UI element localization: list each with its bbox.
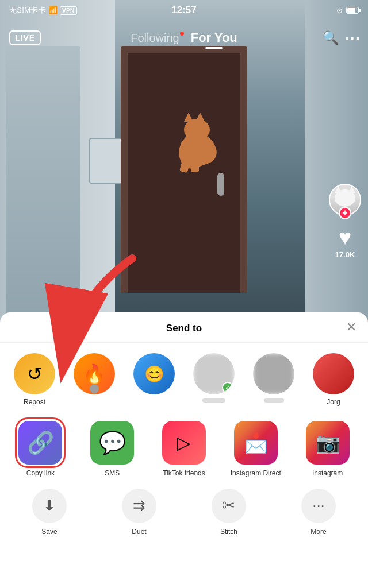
- action-duet[interactable]: ⇉ Duet: [94, 489, 184, 536]
- share-item-user1[interactable]: ✓: [184, 353, 244, 406]
- sms-icon: 💬: [90, 421, 134, 465]
- instagram-direct-label: Instagram Direct: [231, 469, 281, 478]
- share-item-user1-label: [202, 398, 225, 404]
- share-item-jorg-label: Jorg: [327, 398, 340, 406]
- action-more[interactable]: ··· More: [274, 489, 363, 536]
- save-label: Save: [41, 528, 57, 536]
- app-grid: 🔗 Copy link 💬 SMS ▷ TikTok friends 📩 Ins…: [0, 411, 368, 484]
- nav-tabs: Following For You: [131, 30, 237, 45]
- status-bar: 无SIM卡卡 📶 VPN 12:57 ⊙: [0, 0, 368, 21]
- vpn-badge: VPN: [60, 6, 76, 15]
- heart-icon: ♥: [339, 226, 352, 248]
- close-button[interactable]: ✕: [346, 321, 356, 334]
- sms-label: SMS: [105, 469, 120, 478]
- share-item-repost[interactable]: ↺ Repost: [5, 353, 64, 406]
- stitch-label: Stitch: [220, 528, 237, 536]
- action-save[interactable]: ⬇ Save: [5, 489, 94, 536]
- share-item-user2[interactable]: [244, 353, 304, 406]
- share-item-jorg[interactable]: Jorg: [304, 353, 363, 406]
- app-copy-link[interactable]: 🔗 Copy link: [5, 421, 76, 478]
- app-sms[interactable]: 💬 SMS: [76, 421, 148, 478]
- save-icon: ⬇: [32, 489, 67, 523]
- more-icon: ···: [301, 489, 336, 523]
- clock: 12:57: [171, 5, 196, 16]
- stitch-icon: ✂: [212, 489, 246, 523]
- top-nav: LIVE Following For You 🔍 ⋯: [0, 21, 368, 55]
- duet-icon: ⇉: [122, 489, 156, 523]
- creator-avatar[interactable]: +: [329, 184, 361, 216]
- share-item-fire[interactable]: 🔥: [64, 353, 124, 406]
- tab-for-you[interactable]: For You: [191, 30, 237, 45]
- copy-link-label: Copy link: [26, 469, 55, 478]
- carrier-info: 无SIM卡卡 📶 VPN: [9, 5, 77, 16]
- search-button[interactable]: 🔍: [322, 30, 339, 46]
- cat-leg2: [191, 158, 199, 172]
- avatar-cat-head: [335, 189, 355, 207]
- notification-dot: [180, 32, 184, 36]
- battery-icon: [346, 7, 359, 14]
- like-button[interactable]: ♥ 17.0K: [335, 226, 355, 259]
- fridge: [6, 46, 80, 322]
- app-instagram[interactable]: 📷 Instagram: [292, 421, 363, 478]
- share-item-blue[interactable]: 😊: [124, 353, 184, 406]
- app-tiktok-friends[interactable]: ▷ TikTok friends: [148, 421, 220, 478]
- action-stitch[interactable]: ✂ Stitch: [184, 489, 274, 536]
- app-instagram-direct[interactable]: 📩 Instagram Direct: [220, 421, 292, 478]
- instagram-icon: 📷: [306, 421, 350, 465]
- sheet-title: Send to: [166, 323, 202, 334]
- tiktok-friends-label: TikTok friends: [163, 469, 205, 478]
- check-badge: ✓: [222, 382, 233, 393]
- right-sidebar: + ♥ 17.0K: [329, 184, 361, 259]
- more-label: More: [310, 528, 326, 536]
- more-button[interactable]: ⋯: [344, 29, 360, 48]
- sheet-header: Send to ✕: [0, 312, 368, 343]
- tab-following[interactable]: Following: [131, 32, 179, 45]
- instagram-label: Instagram: [312, 469, 343, 478]
- bottom-sheet: Send to ✕ ↺ Repost 🔥 😊: [0, 312, 368, 588]
- status-right: ⊙: [336, 6, 359, 15]
- wall-panel: [89, 138, 124, 184]
- tiktok-icon: ▷: [162, 421, 206, 465]
- share-item-repost-label: Repost: [24, 398, 45, 406]
- door-handle: [217, 173, 224, 196]
- live-badge[interactable]: LIVE: [9, 30, 41, 45]
- follow-button[interactable]: +: [339, 207, 351, 219]
- duet-label: Duet: [132, 528, 146, 536]
- share-contacts-row: ↺ Repost 🔥 😊 ✓: [0, 343, 368, 411]
- share-item-user2-label: [264, 398, 284, 404]
- bottom-actions-row: ⬇ Save ⇉ Duet ✂ Stitch ··· More: [0, 484, 368, 536]
- instagram-direct-icon: 📩: [234, 421, 278, 465]
- like-count: 17.0K: [335, 250, 355, 259]
- highlight-border: [15, 417, 66, 468]
- cat: [167, 92, 230, 172]
